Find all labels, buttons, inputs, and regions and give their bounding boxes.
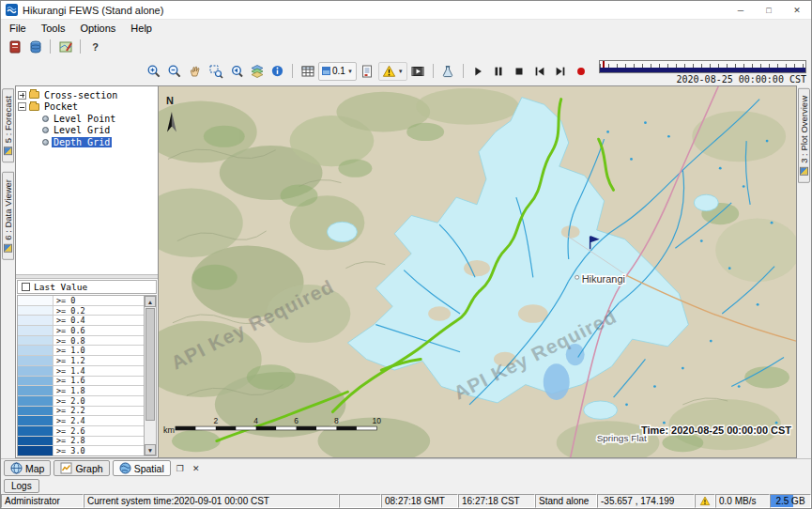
menu-help[interactable]: Help bbox=[123, 23, 160, 34]
menu-tools[interactable]: Tools bbox=[34, 23, 73, 34]
map-area[interactable]: Hikurangi Springs Flat API Key Required … bbox=[159, 85, 797, 458]
help-button[interactable]: ? bbox=[85, 38, 105, 56]
menu-options[interactable]: Options bbox=[72, 23, 123, 34]
legend-row[interactable]: >= 1.0 bbox=[18, 346, 144, 356]
tree-node-level-point[interactable]: Level Point bbox=[18, 113, 156, 125]
legend-swatch bbox=[18, 437, 54, 446]
warnings-dropdown[interactable]: ▼ bbox=[378, 62, 407, 81]
tab-icon bbox=[4, 147, 12, 155]
info-button[interactable] bbox=[268, 62, 287, 81]
tree-node-label[interactable]: Level Point bbox=[52, 114, 117, 124]
map-editor-button[interactable] bbox=[55, 38, 75, 56]
zoom-previous-button[interactable] bbox=[226, 62, 246, 81]
zoom-in-button[interactable] bbox=[144, 62, 163, 81]
tree-node-label[interactable]: Pocket bbox=[42, 101, 80, 112]
legend-row[interactable]: >= 1.6 bbox=[18, 377, 144, 387]
pause-button[interactable] bbox=[489, 62, 509, 81]
tree-node-depth-grid[interactable]: Depth Grid bbox=[18, 136, 156, 148]
legend-row[interactable]: >= 0 bbox=[18, 296, 144, 306]
tab-data-viewer[interactable]: 6 : Data Viewer bbox=[2, 172, 14, 260]
expand-icon[interactable] bbox=[18, 91, 26, 100]
legend-row[interactable]: >= 2.6 bbox=[18, 426, 144, 437]
tree-node-level-grid[interactable]: Level Grid bbox=[18, 125, 156, 137]
logs-button[interactable]: Logs bbox=[4, 479, 39, 493]
folder-icon bbox=[29, 91, 39, 99]
record-button[interactable] bbox=[572, 62, 591, 81]
grid-opacity-dropdown[interactable]: 0.1 ▼ bbox=[318, 62, 357, 81]
minimize-button[interactable]: ─ bbox=[727, 1, 755, 19]
legend-row[interactable]: >= 1.2 bbox=[18, 356, 144, 366]
status-bar: Administrator Current system time:2020-0… bbox=[1, 494, 811, 508]
play-button[interactable] bbox=[468, 62, 488, 81]
left-panel: Cross-section Pocket Level Point Level G… bbox=[15, 85, 159, 458]
maximize-button[interactable]: □ bbox=[755, 1, 783, 19]
panel-close-button[interactable]: ✕ bbox=[190, 462, 203, 475]
zoom-out-button[interactable] bbox=[164, 62, 184, 81]
legend-row[interactable]: >= 0.2 bbox=[18, 306, 144, 316]
legend-row[interactable]: >= 1.8 bbox=[18, 386, 144, 396]
tab-spatial-label: Spatial bbox=[134, 463, 164, 474]
menu-file[interactable]: File bbox=[2, 23, 34, 34]
legend-row[interactable]: >= 2.8 bbox=[18, 437, 144, 447]
tab-graph[interactable]: Graph bbox=[54, 460, 109, 476]
tree-node-cross-section[interactable]: Cross-section bbox=[18, 89, 156, 101]
tab-icon bbox=[4, 244, 12, 253]
legend-swatch bbox=[18, 377, 54, 386]
legend-swatch bbox=[18, 396, 54, 406]
main-toolbar: ? bbox=[1, 37, 811, 56]
zoom-box-button[interactable] bbox=[206, 62, 225, 81]
step-forward-button[interactable] bbox=[551, 62, 571, 81]
legend-row[interactable]: >= 0.8 bbox=[18, 336, 144, 347]
legend-row[interactable]: >= 3.0 bbox=[18, 446, 144, 455]
panel-maximize-button[interactable]: ❐ bbox=[174, 462, 187, 475]
status-warning[interactable] bbox=[695, 494, 715, 508]
report-button[interactable] bbox=[358, 62, 377, 81]
pan-button[interactable] bbox=[185, 62, 205, 81]
layers-button[interactable] bbox=[247, 62, 267, 81]
legend-row[interactable]: >= 2.2 bbox=[18, 407, 144, 417]
grid-display-button[interactable] bbox=[298, 62, 317, 81]
tab-map[interactable]: Map bbox=[4, 460, 51, 476]
collapse-icon[interactable] bbox=[18, 102, 26, 111]
title-bar: Hikurangi FEWS (Stand alone) ─ □ ✕ bbox=[1, 1, 811, 20]
timeline-bar bbox=[600, 68, 805, 72]
legend-scrollbar[interactable]: ▲ ▼ bbox=[144, 296, 156, 455]
legend-row[interactable]: >= 1.4 bbox=[18, 366, 144, 377]
legend-swatch bbox=[18, 346, 54, 355]
tree-node-pocket[interactable]: Pocket bbox=[18, 101, 156, 114]
tab-plot-overview-label: 3 : Plot Overview bbox=[799, 96, 809, 163]
legend-label: >= 1.8 bbox=[54, 386, 85, 395]
export-button[interactable] bbox=[438, 62, 458, 81]
toolbar-separator bbox=[463, 64, 464, 78]
timeline-slider[interactable] bbox=[599, 60, 806, 73]
map-time-label: Time: 2020-08-25 00:00:00 CST bbox=[641, 424, 791, 436]
legend-row[interactable]: >= 2.0 bbox=[18, 396, 144, 407]
last-value-checkbox[interactable] bbox=[22, 283, 30, 291]
scale-unit: km bbox=[163, 425, 175, 435]
database-viewer-button[interactable] bbox=[25, 38, 45, 56]
legend-row[interactable]: >= 2.4 bbox=[18, 416, 144, 426]
timeline-datetime: 2020-08-25 00:00:00 CST bbox=[677, 74, 806, 85]
animation-button[interactable] bbox=[408, 62, 428, 81]
tree-node-label[interactable]: Cross-section bbox=[42, 90, 119, 100]
map-canvas[interactable]: Hikurangi Springs Flat API Key Required … bbox=[159, 86, 796, 457]
tree-node-label[interactable]: Level Grid bbox=[52, 125, 112, 135]
tree-node-label-selected[interactable]: Depth Grid bbox=[52, 137, 112, 147]
scale-tick: 10 bbox=[373, 416, 382, 425]
scroll-track[interactable] bbox=[145, 307, 156, 444]
scroll-up-icon[interactable]: ▲ bbox=[145, 296, 156, 307]
step-back-button[interactable] bbox=[530, 62, 550, 81]
legend-row[interactable]: >= 0.6 bbox=[18, 326, 144, 336]
tab-plot-overview[interactable]: 3 : Plot Overview bbox=[798, 88, 810, 183]
warning-icon bbox=[382, 65, 396, 78]
window-title: Hikurangi FEWS (Stand alone) bbox=[23, 5, 163, 16]
status-memory: 2.5 GB bbox=[770, 494, 811, 508]
tab-forecast[interactable]: 5 : Forecast bbox=[2, 88, 14, 162]
tab-spatial[interactable]: Spatial bbox=[113, 460, 171, 476]
close-button[interactable]: ✕ bbox=[783, 1, 811, 19]
forecast-dialog-button[interactable] bbox=[5, 38, 24, 56]
scroll-down-icon[interactable]: ▼ bbox=[145, 444, 156, 455]
legend-row[interactable]: >= 0.4 bbox=[18, 316, 144, 326]
stop-button[interactable] bbox=[510, 62, 529, 81]
scroll-thumb[interactable] bbox=[146, 308, 155, 421]
